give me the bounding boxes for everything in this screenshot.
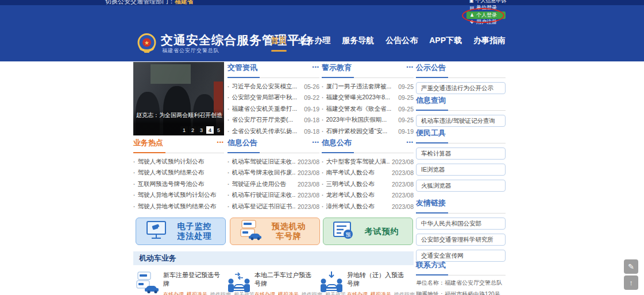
section-title: 公示公告	[416, 63, 506, 78]
sidebar-gongshi-gonggao: 公示公告 严重交通违法行为公开公示	[416, 63, 506, 94]
friend-link-button[interactable]: 公安部交通管理科学研究所	[416, 234, 506, 246]
new-car-plate-icon	[136, 270, 160, 294]
news-list-item[interactable]: 习近平会见公安英模立... 05-26	[227, 81, 319, 92]
news-carousel[interactable]: 赵克志：为全国两会顺利召开创造... 1 2 3 4 5	[133, 62, 224, 135]
news-list-item[interactable]: 全省公安机关传承弘扬... 09-18	[227, 126, 319, 137]
news-list-item[interactable]: 漳州考试人数公布 2023/08	[322, 201, 414, 212]
login-menu-item[interactable]: ▤ 单位登录	[466, 5, 506, 12]
nav-tab[interactable]: 业务办理	[298, 36, 330, 46]
carousel-page-number[interactable]: 5	[215, 126, 222, 134]
news-list-item[interactable]: 机动车驾驶证旧证未收... 2023/08	[227, 156, 319, 168]
service-link[interactable]: 相关政策	[418, 291, 438, 295]
hot-list-item[interactable]: 驾驶人异地考试预约计划公布	[133, 190, 224, 201]
carousel-page-number[interactable]: 2	[189, 126, 196, 134]
police-badge-logo-icon: ★	[136, 33, 157, 54]
feedback-edit-button[interactable]: ✎	[624, 259, 638, 274]
service-link[interactable]: 在线办理	[254, 291, 275, 295]
more-dots-icon[interactable]: •••	[217, 139, 224, 145]
banner-yuxuan-haopai[interactable]: 预选机动车号牌	[230, 218, 320, 245]
nav-tab[interactable]: 首页	[271, 36, 287, 46]
banner-label: 考试预约	[354, 227, 409, 236]
carousel-page-number[interactable]: 1	[180, 126, 188, 134]
news-list-item[interactable]: 福建交警发布《致全省... 09-25	[322, 103, 414, 115]
service-link[interactable]: 在线办理	[347, 291, 368, 295]
news-list-item[interactable]: 福建交警曝光2023年8... 09-25	[322, 92, 414, 104]
news-item-title: 三明考试人数公布	[326, 180, 390, 188]
news-list-item[interactable]: 石狮拧紧校园交通“安... 09-19	[322, 126, 414, 137]
service-relocation-plate[interactable]: 异地转（迁）入预选号牌 在线办理模拟选号操作指南相关政策	[319, 267, 411, 295]
news-item-date: 2023/08	[392, 203, 414, 210]
news-item-date: 2023/08	[298, 192, 319, 199]
nav-tab[interactable]: 公告公布	[385, 36, 418, 46]
news-list-item[interactable]: 南平考试人数公布 2023/08	[322, 168, 414, 179]
news-list-item[interactable]: 公安部交管局部署中秋... 09-22	[227, 92, 319, 104]
sidebar-bianmin-gongju: 便民工具 车检计算器IE浏览器火狐浏览器	[416, 128, 506, 192]
section-title: 信息查询	[416, 95, 506, 111]
sidebar-link-button[interactable]: 严重交通违法行为公开公示	[416, 82, 506, 94]
news-item-title: 公安部交管局部署中秋...	[232, 94, 302, 102]
tool-button[interactable]: IE浏览器	[416, 164, 506, 176]
service-title[interactable]: 异地转（迁）入预选号牌	[347, 271, 407, 288]
service-link[interactable]: 模拟选号	[278, 291, 299, 295]
news-item-date: 09-18	[304, 117, 319, 123]
back-to-top-button[interactable]: ↑	[624, 275, 638, 290]
banner-kaoshi-yuyue[interactable]: 预 考试预约	[323, 218, 413, 245]
more-dots-icon[interactable]: •••	[407, 139, 414, 145]
news-list-item[interactable]: 省公安厅召开厅党委(... 09-18	[227, 115, 319, 126]
more-dots-icon[interactable]: •••	[407, 64, 414, 70]
menu-item-label: 用户注册	[476, 18, 497, 26]
login-menu: ▣ 个人信息申诉 ▤ 单位登录 ♟ 个人登录 ✚ 用户注册	[466, 0, 506, 26]
carousel-caption[interactable]: 赵克志：为全国两会顺利召开创造...	[136, 111, 222, 119]
hot-list-item[interactable]: 互联网预选号牌号池公布	[133, 178, 224, 190]
tool-button[interactable]: 车检计算器	[416, 148, 506, 160]
tool-button[interactable]: 火狐浏览器	[416, 180, 506, 192]
news-list-item[interactable]: 厦门一男子违法套牌被... 09-25	[322, 81, 414, 92]
hot-list-item[interactable]: 驾驶人考试预约结果公布	[133, 168, 224, 179]
hot-list-item[interactable]: 驾驶人异地考试预约结果公布	[133, 201, 224, 212]
section-title: 友情链接	[416, 198, 506, 214]
service-link[interactable]: 操作指南	[394, 291, 415, 295]
news-list-item[interactable]: 驾驶证停止使用公告 2023/08	[227, 178, 319, 190]
news-list: 机动车驾驶证旧证未收... 2023/08 机动车号牌未收回作废... 2023…	[227, 156, 319, 212]
news-list-item[interactable]: 机动车行驶证旧证未收... 2023/08	[227, 190, 319, 201]
news-list-item[interactable]: 三明考试人数公布 2023/08	[322, 178, 414, 190]
news-item-date: 2023/08	[298, 181, 319, 188]
hot-list-item[interactable]: 驾驶人考试预约计划公布	[133, 156, 224, 168]
news-item-date: 2023/08	[392, 181, 414, 188]
login-menu-item[interactable]: ✚ 用户注册	[466, 19, 506, 26]
carousel-page-number[interactable]: 3	[198, 126, 205, 134]
section-yewu-redian: 业务热点 ••• 驾驶人考试预约计划公布 驾驶人考试预约结果公布 互联网预选号牌…	[133, 138, 224, 212]
news-list-item[interactable]: 龙岩考试人数公布 2023/08	[322, 190, 414, 201]
carousel-page-number[interactable]: 4	[206, 126, 214, 134]
news-list-item[interactable]: 机动车号牌未收回作废... 2023/08	[227, 168, 319, 179]
nav-tab[interactable]: 服务导航	[342, 36, 374, 46]
news-item-date: 2023/08	[392, 192, 414, 199]
sidebar-link-button[interactable]: 机动车违法/驾驶证记分查询	[416, 115, 506, 127]
news-item-date: 09-19	[304, 106, 319, 112]
section-title: 信息公告	[227, 138, 319, 153]
section-title: 信息公布	[322, 138, 414, 153]
friend-link-button[interactable]: 中华人民共和国公安部	[416, 218, 506, 230]
nav-tab[interactable]: 办事指南	[473, 36, 506, 46]
service-title[interactable]: 本地二手车过户预选号牌	[254, 271, 314, 288]
service-title[interactable]: 新车注册登记预选号牌	[163, 271, 223, 288]
service-used-car-transfer[interactable]: 本地二手车过户预选号牌 在线办理模拟选号操作指南相关政策	[227, 267, 319, 295]
region-name[interactable]: 福建省	[175, 0, 194, 5]
service-link[interactable]: 模拟选号	[187, 291, 207, 295]
more-dots-icon[interactable]: •••	[313, 139, 319, 145]
news-list-item[interactable]: 机动车登记证书旧证书... 2023/08	[227, 201, 319, 212]
service-link[interactable]: 在线办理	[163, 291, 184, 295]
section-xinxi-gonggao: 信息公告 ••• 机动车驾驶证旧证未收... 2023/08 机动车号牌未收回作…	[227, 138, 319, 212]
service-new-car-plate[interactable]: 新车注册登记预选号牌 在线办理模拟选号操作指南相关政策	[136, 267, 227, 295]
region-switcher[interactable]: 切换公安交通管理部门：福建省	[105, 0, 194, 5]
news-list-item[interactable]: 大中型客货车驾驶人满... 2023/08	[322, 156, 414, 168]
more-dots-icon[interactable]: •••	[313, 64, 319, 70]
news-item-title: 机动车登记证书旧证书...	[232, 203, 296, 211]
relocation-plate-icon	[319, 270, 344, 294]
nav-tab[interactable]: APP下载	[429, 36, 462, 46]
news-list-item[interactable]: 2023年中秋国庆假期... 09-25	[322, 115, 414, 126]
service-link[interactable]: 模拟选号	[371, 291, 391, 295]
news-list-item[interactable]: 福建省公安机关重拳打... 09-19	[227, 103, 319, 115]
login-menu-item[interactable]: ♟ 个人登录	[466, 11, 506, 19]
banner-dianzi-jiankong[interactable]: 电子监控违法处理	[136, 218, 226, 245]
